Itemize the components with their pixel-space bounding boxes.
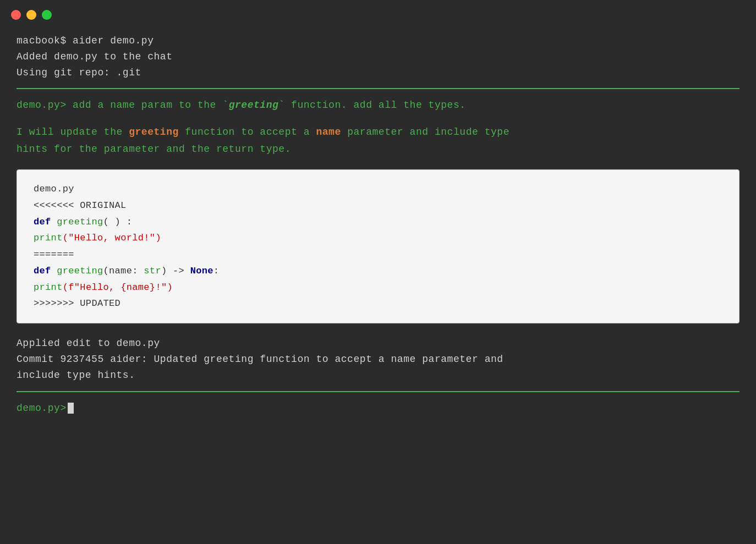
code-filename: demo.py xyxy=(34,181,722,197)
user-prompt-prefix: demo.py> xyxy=(17,100,73,111)
ai-name-word: name xyxy=(316,127,341,138)
code-print1: print("Hello, world!") xyxy=(34,230,722,246)
code-updated-marker: >>>>>>> UPDATED xyxy=(34,295,722,312)
divider-top xyxy=(17,88,739,89)
code-def2: def greeting(name: str) -> None: xyxy=(34,263,722,279)
greeting-highlight: greeting xyxy=(229,100,279,111)
code-orig-marker: <<<<<<< ORIGINAL xyxy=(34,197,722,214)
close-button[interactable] xyxy=(11,10,21,20)
shell-prompt: macbook$ aider demo.py xyxy=(17,33,739,49)
ai-response: I will update the greeting function to a… xyxy=(17,124,739,157)
cursor xyxy=(68,403,74,414)
git-line: Using git repo: .git xyxy=(17,65,739,81)
code-separator: ======= xyxy=(34,246,722,263)
user-input-line: demo.py> add a name param to the `greeti… xyxy=(17,97,739,114)
added-line: Added demo.py to the chat xyxy=(17,49,739,65)
traffic-lights xyxy=(11,10,52,20)
terminal-content: macbook$ aider demo.py Added demo.py to … xyxy=(0,28,756,544)
code-def1: def greeting( ) : xyxy=(34,214,722,230)
commit-line: Commit 9237455 aider: Updated greeting f… xyxy=(17,351,739,367)
terminal-window: macbook$ aider demo.py Added demo.py to … xyxy=(0,0,756,544)
final-prompt-line[interactable]: demo.py> xyxy=(17,400,739,417)
ai-response-suffix: parameter and include type xyxy=(341,127,510,138)
ai-response-mid: function to accept a xyxy=(179,127,316,138)
code-print2: print(f"Hello, {name}!") xyxy=(34,279,722,296)
divider-bottom xyxy=(17,391,739,392)
minimize-button[interactable] xyxy=(26,10,36,20)
ai-response-line2: hints for the parameter and the return t… xyxy=(17,144,291,155)
ai-response-prefix: I will update the xyxy=(17,127,129,138)
code-block: demo.py <<<<<<< ORIGINAL def greeting( )… xyxy=(17,169,739,323)
title-bar xyxy=(0,0,756,28)
applied-line: Applied edit to demo.py xyxy=(17,336,739,351)
user-input-before-tick: add a name param to the ` xyxy=(73,100,229,111)
maximize-button[interactable] xyxy=(42,10,52,20)
user-input-after-tick: ` function. add all the types. xyxy=(278,100,465,111)
ai-greeting-word: greeting xyxy=(129,127,179,138)
commit-line2: include type hints. xyxy=(17,367,739,383)
final-prompt-text: demo.py> xyxy=(17,400,67,417)
